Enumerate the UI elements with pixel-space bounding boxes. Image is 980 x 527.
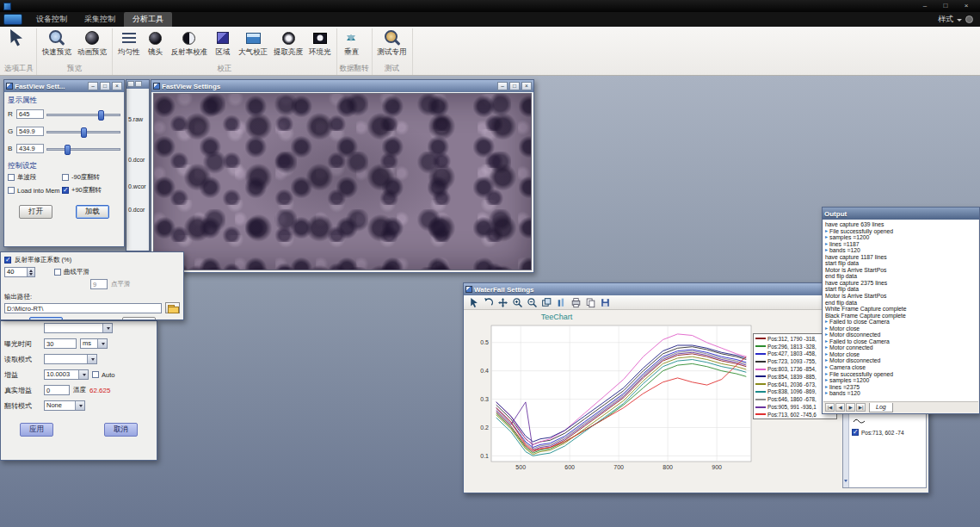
open-button[interactable]: 打开: [19, 205, 52, 219]
channel-slider[interactable]: [46, 114, 120, 116]
ribbon-item-ambient[interactable]: 环境光: [306, 28, 334, 56]
chart-plot[interactable]: 5006007008009000.10.20.30.40.5: [467, 322, 760, 479]
toolbar-zoom-in-button[interactable]: [510, 296, 524, 308]
cancel-button[interactable]: 取消: [122, 317, 156, 320]
maximize-button[interactable]: □: [100, 82, 110, 90]
close-button[interactable]: ×: [956, 1, 977, 11]
ribbon-item-atmos[interactable]: 大气校正: [236, 28, 270, 56]
load-button[interactable]: 加载: [76, 205, 109, 219]
coef-value[interactable]: 40: [5, 268, 27, 276]
gain-combo[interactable]: 10.0003: [44, 369, 89, 380]
curve-smooth-option[interactable]: 曲线平滑: [54, 268, 89, 276]
log-nav-button-1[interactable]: ◀: [835, 403, 845, 412]
channel-value-input[interactable]: 434.9: [16, 144, 44, 153]
ribbon-item-cursor[interactable]: [4, 28, 28, 56]
minimize-button[interactable]: –: [497, 82, 508, 90]
tab-log[interactable]: Log: [869, 403, 893, 412]
ribbon-item-region[interactable]: 区域: [211, 28, 235, 56]
menu-tab-1[interactable]: 采集控制: [76, 12, 124, 27]
log-nav-button-2[interactable]: ▶: [846, 403, 855, 412]
toolbar-undo-button[interactable]: [481, 296, 495, 308]
exposure-value[interactable]: 30: [44, 338, 77, 349]
flip-mode-combo[interactable]: None: [44, 400, 85, 411]
ribbon-item-brightness[interactable]: 提取亮度: [271, 28, 305, 56]
control-checkbox-1[interactable]: -90度翻转: [62, 173, 120, 182]
auto-gain-option[interactable]: Auto: [92, 371, 114, 379]
file-list-titlebar[interactable]: [126, 80, 149, 89]
spin-down-icon[interactable]: [29, 273, 33, 277]
file-item[interactable]: 5.raw: [126, 116, 149, 122]
channel-slider-thumb[interactable]: [98, 110, 104, 121]
control-checkbox-3[interactable]: +90度翻转: [62, 186, 120, 195]
browse-folder-button[interactable]: [165, 302, 180, 313]
menu-tab-2[interactable]: 分析工具: [124, 12, 172, 27]
ribbon-item-uniformity[interactable]: 均匀性: [115, 28, 143, 56]
toolbar-save-button[interactable]: [598, 296, 612, 308]
output-path-field[interactable]: D:\Micro-RT\: [4, 303, 162, 313]
style-selector[interactable]: 样式: [938, 14, 980, 25]
channel-value-input[interactable]: 549.9: [16, 127, 44, 136]
ribbon-item-reflect-cal[interactable]: 反射率校准: [169, 28, 211, 56]
auto-gain-checkbox[interactable]: [92, 371, 99, 378]
menu-tab-0[interactable]: 设备控制: [28, 12, 76, 27]
app-menu-button[interactable]: [3, 14, 22, 25]
toolbar-depth-button[interactable]: [539, 296, 553, 308]
toolbar-pan-button[interactable]: [496, 296, 509, 308]
maximize-button[interactable]: □: [935, 1, 956, 11]
minimize-button[interactable]: –: [88, 82, 98, 90]
file-item[interactable]: 0.dcor: [126, 207, 149, 213]
coef-spinner[interactable]: 40: [4, 267, 35, 277]
reflectance-coef-checkbox[interactable]: [4, 257, 11, 264]
calculate-button[interactable]: 计算: [29, 317, 63, 320]
log-nav-button-3[interactable]: ▶|: [856, 403, 866, 412]
ribbon-item-flip-v[interactable]: 垂直: [340, 28, 364, 56]
minimize-button[interactable]: –: [915, 1, 935, 11]
theme-icon[interactable]: [965, 16, 973, 23]
scroll-down-icon[interactable]: [844, 480, 847, 484]
ribbon-item-lens[interactable]: 镜头: [144, 28, 168, 56]
toolbar-print-button[interactable]: [569, 296, 582, 308]
read-mode-combo[interactable]: [44, 354, 97, 364]
series-checkbox[interactable]: [852, 429, 859, 436]
ribbon-item-quick-preview[interactable]: 快速预览: [40, 28, 74, 56]
toolbar-zoom-out-button[interactable]: [525, 296, 539, 308]
series-item[interactable]: Pos:713, 602 -74: [852, 429, 904, 436]
toolbar-copy-button[interactable]: [583, 296, 597, 308]
fastview-image-titlebar[interactable]: FastView Settings – □ ×: [151, 80, 533, 92]
cancel-button[interactable]: 取消: [104, 423, 138, 437]
close-button[interactable]: ×: [112, 82, 122, 90]
ribbon-item-anim-preview[interactable]: 动画预览: [75, 28, 109, 56]
control-checkbox-2[interactable]: Load into Mem: [8, 186, 59, 195]
channel-slider[interactable]: [46, 148, 120, 151]
close-button[interactable]: ×: [521, 82, 532, 90]
control-checkbox-0[interactable]: 单波段: [8, 173, 59, 182]
output-titlebar[interactable]: Output: [823, 208, 979, 220]
channel-value-input[interactable]: 645: [16, 109, 44, 119]
channel-slider-thumb[interactable]: [65, 145, 71, 155]
mode-combo[interactable]: [44, 323, 113, 333]
fastview-panel-titlebar[interactable]: FastView Sett... – □ ×: [4, 80, 124, 92]
minimize-button[interactable]: [127, 81, 134, 87]
channel-slider[interactable]: [46, 131, 120, 133]
smooth-points-value[interactable]: 9: [90, 279, 108, 289]
checkbox-box[interactable]: [62, 187, 69, 194]
spinner-arrows[interactable]: [27, 268, 34, 276]
apply-button[interactable]: 应用: [20, 423, 53, 437]
checkbox-box[interactable]: [62, 174, 69, 181]
maximize-button[interactable]: □: [509, 82, 520, 90]
channel-slider-thumb[interactable]: [81, 127, 87, 138]
curve-smooth-checkbox[interactable]: [54, 269, 61, 276]
spin-up-icon[interactable]: [29, 268, 33, 272]
toolbar-series-button[interactable]: [554, 296, 568, 308]
checkbox-box[interactable]: [8, 187, 15, 194]
file-item[interactable]: 0.dcor: [126, 157, 149, 163]
window-title: FastView Sett...: [15, 83, 86, 90]
file-item[interactable]: 0.wcor: [126, 183, 149, 189]
log-nav-button-0[interactable]: |◀: [825, 403, 835, 412]
microscopy-image[interactable]: [154, 94, 531, 270]
toolbar-cursor-button[interactable]: [466, 296, 480, 308]
close-button[interactable]: [135, 81, 142, 87]
exposure-unit-combo[interactable]: ms: [80, 338, 108, 349]
ribbon-item-test[interactable]: 测试专用: [375, 28, 410, 56]
checkbox-box[interactable]: [8, 174, 15, 181]
